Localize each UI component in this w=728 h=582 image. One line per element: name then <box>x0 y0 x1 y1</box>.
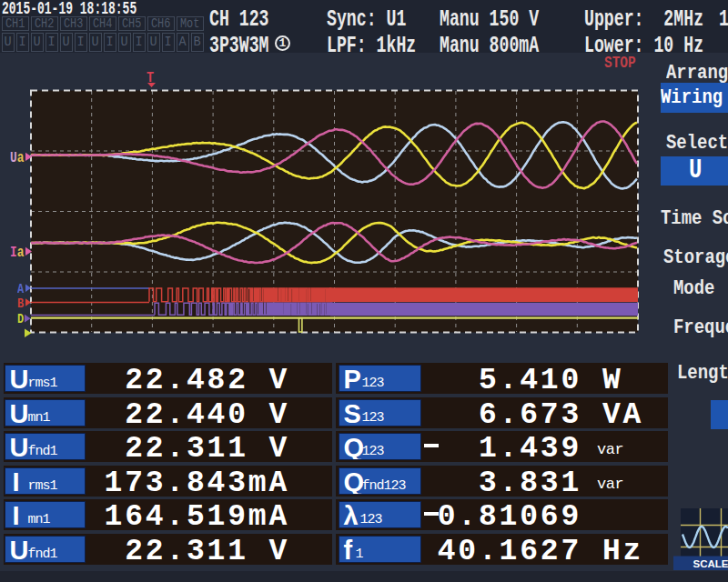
svg-text:SCALE: SCALE <box>693 558 728 569</box>
